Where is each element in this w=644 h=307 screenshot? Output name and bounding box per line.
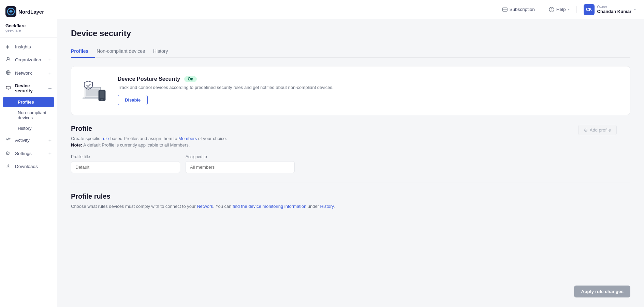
- sidebar-item-label: Activity: [15, 138, 30, 143]
- non-compliant-label: Non-compliant devices: [18, 110, 49, 120]
- sidebar-subitem-non-compliant[interactable]: Non-compliant devices: [3, 107, 54, 123]
- insights-icon: ◈: [5, 44, 12, 50]
- posture-info: Device Posture Security On Track and con…: [118, 76, 620, 105]
- sidebar-item-organization[interactable]: Organization +: [0, 53, 57, 66]
- tabs-bar: Profiles Non-compliant devices History: [71, 45, 630, 58]
- sidebar-item-label: Network: [15, 71, 32, 76]
- user-role: Owner: [597, 5, 631, 9]
- sidebar-item-insights[interactable]: ◈ Insights: [0, 40, 57, 53]
- rules-section-desc: Choose what rules devices must comply wi…: [71, 204, 630, 209]
- org-section: Geekflare geekflare: [0, 21, 57, 37]
- help-btn[interactable]: ? Help ▾: [549, 7, 570, 12]
- tab-non-compliant-devices[interactable]: Non-compliant devices: [95, 45, 152, 58]
- section-divider: [71, 183, 630, 183]
- help-chevron-icon: ▾: [568, 7, 570, 11]
- device-illustration: [81, 80, 108, 102]
- svg-rect-15: [86, 89, 99, 96]
- posture-illustration: [81, 79, 108, 103]
- sidebar-subitem-profiles[interactable]: Profiles: [3, 97, 54, 107]
- network-icon: [5, 70, 12, 76]
- sidebar-item-activity[interactable]: Activity +: [0, 134, 57, 147]
- add-profile-label: Add profile: [590, 127, 611, 133]
- logo-text: NordLayer: [18, 9, 44, 15]
- sidebar-item-label: Insights: [15, 44, 31, 49]
- history-label: History: [18, 126, 31, 131]
- posture-description: Track and control devices according to p…: [118, 85, 620, 90]
- add-profile-button[interactable]: ⊕ Add profile: [578, 125, 617, 135]
- posture-card-inner: Device Posture Security On Track and con…: [81, 76, 620, 105]
- filter-title-label: Profile title: [71, 154, 180, 159]
- settings-icon: ⚙: [5, 150, 12, 156]
- help-icon: ?: [549, 7, 554, 12]
- profiles-label: Profiles: [18, 99, 34, 105]
- apply-rule-changes-button[interactable]: Apply rule changes: [574, 286, 630, 297]
- tab-history[interactable]: History: [152, 45, 175, 58]
- activity-icon: [5, 137, 12, 143]
- sidebar-item-downloads[interactable]: Downloads: [0, 160, 57, 173]
- page-title: Device security: [71, 29, 630, 38]
- main-area: Subscription ? Help ▾ CK Owner Chandan K…: [57, 0, 644, 307]
- downloads-icon: [5, 163, 12, 170]
- org-sub: geekflare: [5, 28, 52, 32]
- add-profile-icon: ⊕: [584, 127, 588, 133]
- sidebar-item-label: Device security: [15, 83, 45, 93]
- svg-rect-10: [502, 8, 507, 11]
- org-name: Geekflare: [5, 23, 52, 28]
- topbar-divider-1: [542, 6, 542, 13]
- find-link[interactable]: find the device monitoring information: [233, 204, 306, 209]
- sidebar-item-label: Organization: [15, 57, 41, 62]
- svg-rect-6: [6, 86, 10, 89]
- filter-assigned-label: Assigned to: [186, 154, 295, 159]
- content-area: Device security Profiles Non-compliant d…: [57, 19, 644, 307]
- tab-profiles[interactable]: Profiles: [71, 45, 95, 58]
- sidebar-nav: ◈ Insights Organization + Network + Devi…: [0, 37, 57, 307]
- disable-button[interactable]: Disable: [118, 95, 148, 105]
- topbar-divider-2: [576, 6, 577, 13]
- profile-section-title: Profile: [71, 125, 630, 133]
- sidebar-item-label: Downloads: [15, 164, 38, 169]
- topbar: Subscription ? Help ▾ CK Owner Chandan K…: [57, 0, 644, 19]
- nordlayer-logo: NordLayer: [5, 6, 44, 17]
- network-plus-icon: +: [48, 70, 52, 76]
- user-name: Chandan Kumar: [597, 9, 631, 14]
- sidebar-subitem-history[interactable]: History: [3, 123, 54, 134]
- posture-card: Device Posture Security On Track and con…: [71, 66, 630, 115]
- logo-icon: [5, 6, 16, 17]
- organization-plus-icon: +: [48, 57, 52, 63]
- posture-title: Device Posture Security: [118, 76, 180, 82]
- device-security-minus-icon: –: [48, 85, 52, 91]
- sidebar-item-device-security[interactable]: Device security –: [0, 80, 57, 97]
- profile-section-note: Note: A default Profile is currently app…: [71, 142, 630, 148]
- svg-point-2: [10, 11, 12, 13]
- logo-area: NordLayer: [0, 0, 57, 21]
- sidebar: NordLayer Geekflare geekflare ◈ Insights…: [0, 0, 57, 307]
- settings-plus-icon: +: [48, 150, 52, 156]
- rule-link[interactable]: rule: [102, 136, 109, 141]
- filter-title-input[interactable]: [71, 161, 180, 173]
- note-bold: Note:: [71, 142, 82, 148]
- network-link[interactable]: Network: [197, 204, 213, 209]
- sidebar-item-network[interactable]: Network +: [0, 66, 57, 80]
- svg-point-19: [101, 99, 103, 101]
- organization-icon: [5, 57, 12, 63]
- user-menu[interactable]: CK Owner Chandan Kumar ▾: [584, 4, 636, 15]
- posture-title-row: Device Posture Security On: [118, 76, 620, 82]
- profile-rules-section: Profile rules Choose what rules devices …: [71, 193, 630, 209]
- user-chevron-icon: ▾: [634, 7, 636, 11]
- profile-filters: Profile title Assigned to: [71, 154, 630, 173]
- sidebar-item-settings[interactable]: ⚙ Settings +: [0, 147, 57, 160]
- filter-assigned-group: Assigned to: [186, 154, 295, 173]
- filter-title-group: Profile title: [71, 154, 180, 173]
- members-link[interactable]: Members: [178, 136, 197, 141]
- subscription-label: Subscription: [510, 7, 535, 12]
- filter-assigned-input[interactable]: [186, 161, 295, 173]
- subscription-btn[interactable]: Subscription: [502, 7, 535, 12]
- apply-btn-label: Apply rule chang: [581, 289, 618, 294]
- svg-rect-18: [100, 91, 104, 98]
- profile-section: Profile Create specific rule-based Profi…: [71, 125, 630, 173]
- svg-text:?: ?: [551, 8, 553, 12]
- profile-section-desc: Create specific rule-based Profiles and …: [71, 136, 630, 141]
- sidebar-item-label: Settings: [15, 151, 32, 156]
- subscription-icon: [502, 7, 508, 12]
- history-link[interactable]: History: [320, 204, 334, 209]
